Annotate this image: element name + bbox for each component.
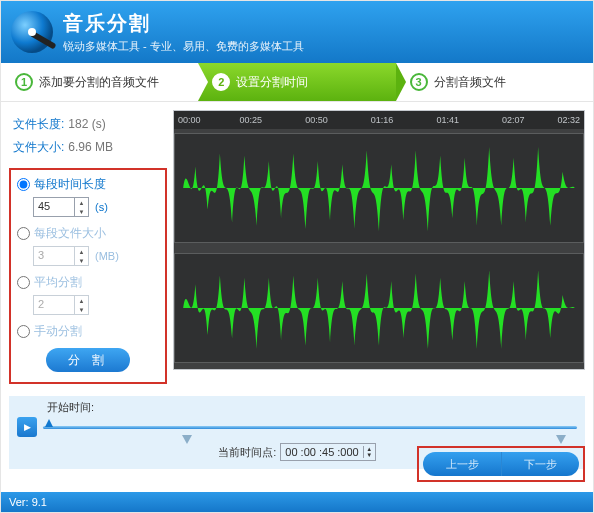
option-average-radio[interactable] <box>17 276 30 289</box>
filesize-input[interactable]: 3▲▼ <box>33 246 89 266</box>
app-logo-icon <box>11 11 53 53</box>
scrub-slider[interactable] <box>43 421 577 433</box>
step-number: 1 <box>15 73 33 91</box>
split-options-panel: 每段时间长度 45▲▼ (s) 每段文件大小 3▲▼ (MB) 平均分割 <box>9 168 167 384</box>
split-marker-icon[interactable] <box>182 435 192 444</box>
file-size-label: 文件大小: <box>13 140 64 154</box>
file-size-value: 6.96 MB <box>68 140 113 154</box>
duration-input[interactable]: 45▲▼ <box>33 197 89 217</box>
current-time-label: 当前时间点: <box>218 445 276 460</box>
split-button[interactable]: 分 割 <box>46 348 130 372</box>
spin-down-icon[interactable]: ▼ <box>75 256 88 265</box>
option-average[interactable]: 平均分割 <box>17 274 159 291</box>
file-length-label: 文件长度: <box>13 117 64 131</box>
ruler-tick: 02:32 <box>557 115 580 125</box>
step-add-file[interactable]: 1 添加要分割的音频文件 <box>1 63 198 101</box>
nav-actions: 上一步 下一步 <box>417 446 585 482</box>
waveform-area[interactable]: 00:00 00:25 00:50 01:16 01:41 02:07 02:3… <box>173 110 585 370</box>
current-time-input[interactable]: 00 :00 :45 :000 ▲▼ <box>280 443 375 461</box>
option-duration-radio[interactable] <box>17 178 30 191</box>
step-split-audio[interactable]: 3 分割音频文件 <box>396 63 593 101</box>
step-label: 设置分割时间 <box>236 74 308 91</box>
ruler-tick: 00:00 <box>178 115 201 125</box>
spin-down-icon[interactable]: ▼ <box>75 305 88 314</box>
step-number: 2 <box>212 73 230 91</box>
scrub-thumb-icon[interactable] <box>43 419 53 435</box>
ruler-tick: 00:50 <box>305 115 328 125</box>
version-value: 9.1 <box>32 496 47 508</box>
play-button[interactable]: ▶ <box>17 417 37 437</box>
status-bar: Ver: 9.1 <box>1 492 593 512</box>
app-header: 音乐分割 锐动多媒体工具 - 专业、易用、免费的多媒体工具 <box>1 1 593 63</box>
step-label: 分割音频文件 <box>434 74 506 91</box>
app-subtitle: 锐动多媒体工具 - 专业、易用、免费的多媒体工具 <box>63 39 304 54</box>
waveform-channel-left <box>174 133 584 243</box>
option-manual[interactable]: 手动分割 <box>17 323 159 340</box>
file-info: 文件长度:182 (s) 文件大小:6.96 MB <box>9 110 167 164</box>
option-filesize-radio[interactable] <box>17 227 30 240</box>
steps-bar: 1 添加要分割的音频文件 2 设置分割时间 3 分割音频文件 <box>1 63 593 102</box>
waveform-channel-right <box>174 253 584 363</box>
spin-up-icon[interactable]: ▲ <box>75 198 88 207</box>
ruler-tick: 01:16 <box>371 115 394 125</box>
spin-down-icon[interactable]: ▼ <box>75 207 88 216</box>
step-number: 3 <box>410 73 428 91</box>
version-label: Ver: <box>9 496 29 508</box>
ruler-tick: 00:25 <box>240 115 263 125</box>
ruler-tick: 01:41 <box>436 115 459 125</box>
spin-down-icon[interactable]: ▼ <box>364 452 375 458</box>
start-time-label: 开始时间: <box>47 400 94 417</box>
spin-up-icon[interactable]: ▲ <box>75 247 88 256</box>
prev-step-button[interactable]: 上一步 <box>423 452 501 476</box>
spin-up-icon[interactable]: ▲ <box>75 296 88 305</box>
option-duration[interactable]: 每段时间长度 <box>17 176 159 193</box>
time-ruler: 00:00 00:25 00:50 01:16 01:41 02:07 02:3… <box>174 111 584 129</box>
ruler-tick: 02:07 <box>502 115 525 125</box>
option-manual-radio[interactable] <box>17 325 30 338</box>
file-length-value: 182 (s) <box>68 117 105 131</box>
option-filesize[interactable]: 每段文件大小 <box>17 225 159 242</box>
next-step-button[interactable]: 下一步 <box>501 452 579 476</box>
step-set-time[interactable]: 2 设置分割时间 <box>198 63 395 101</box>
step-label: 添加要分割的音频文件 <box>39 74 159 91</box>
app-title: 音乐分割 <box>63 10 304 37</box>
split-marker-icon[interactable] <box>556 435 566 444</box>
average-input[interactable]: 2▲▼ <box>33 295 89 315</box>
filesize-unit: (MB) <box>95 250 119 262</box>
duration-unit: (s) <box>95 201 108 213</box>
